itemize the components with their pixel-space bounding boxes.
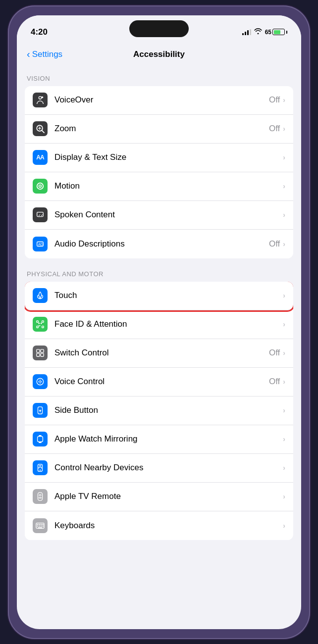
face-id-row[interactable]: Face ID & Attention ›	[25, 310, 293, 339]
svg-point-9	[40, 186, 41, 187]
dynamic-island	[129, 20, 189, 37]
keyboards-icon	[33, 518, 48, 533]
switch-control-label: Switch Control	[54, 348, 269, 358]
nav-bar: ‹ Settings Accessibility	[17, 42, 301, 67]
display-text-size-icon: AA	[33, 150, 48, 165]
back-button[interactable]: ‹ Settings	[27, 50, 62, 59]
voice-control-icon	[33, 374, 48, 389]
signal-icon	[242, 29, 251, 35]
svg-rect-38	[43, 524, 44, 525]
back-label: Settings	[32, 50, 62, 59]
motion-icon	[33, 179, 48, 194]
zoom-label: Zoom	[54, 124, 269, 134]
svg-point-19	[41, 323, 42, 324]
battery-icon: 65	[265, 29, 287, 36]
svg-rect-22	[37, 353, 40, 356]
spoken-content-label: Spoken Content	[54, 210, 283, 220]
motion-chevron-icon: ›	[283, 182, 285, 190]
side-button-label: Side Button	[54, 405, 283, 415]
voice-control-value: Off	[269, 377, 280, 387]
control-nearby-devices-row[interactable]: Control Nearby Devices ›	[25, 454, 293, 483]
svg-rect-20	[37, 349, 40, 352]
face-id-label: Face ID & Attention	[54, 319, 283, 329]
zoom-chevron-icon: ›	[283, 125, 285, 133]
audio-descriptions-value: Off	[269, 239, 280, 249]
svg-rect-30	[38, 493, 43, 500]
voiceover-chevron-icon: ›	[283, 96, 285, 104]
back-chevron-icon: ‹	[27, 49, 30, 59]
touch-label: Touch	[54, 291, 283, 300]
voiceover-icon: ♪	[33, 93, 48, 107]
svg-rect-43	[38, 527, 43, 528]
control-nearby-devices-chevron-icon: ›	[283, 464, 285, 472]
control-nearby-devices-label: Control Nearby Devices	[54, 463, 283, 473]
switch-control-row[interactable]: Switch Control Off ›	[25, 339, 293, 368]
display-text-size-row[interactable]: AA Display & Text Size ›	[25, 144, 293, 172]
svg-rect-41	[41, 526, 42, 527]
control-nearby-devices-icon	[33, 460, 48, 475]
status-icons: 65	[242, 28, 287, 36]
audio-descriptions-chevron-icon: ›	[283, 240, 285, 248]
apple-watch-mirroring-label: Apple Watch Mirroring	[54, 434, 283, 444]
touch-row[interactable]: Touch ›	[25, 282, 293, 310]
motion-label: Motion	[54, 181, 283, 191]
side-button-row[interactable]: Side Button ›	[25, 396, 293, 425]
phone-frame: 4:20	[8, 5, 310, 639]
physical-motor-group: Touch ›	[25, 282, 293, 540]
keyboards-chevron-icon: ›	[283, 522, 285, 530]
switch-control-value: Off	[269, 348, 280, 358]
apple-tv-remote-row[interactable]: Apple TV Remote ›	[25, 483, 293, 511]
wifi-icon	[254, 28, 262, 36]
keyboards-row[interactable]: Keyboards ›	[25, 511, 293, 540]
display-text-size-chevron-icon: ›	[283, 153, 285, 161]
phone-screen: 4:20	[17, 15, 301, 629]
spoken-content-row[interactable]: ✓✓ Spoken Content ›	[25, 201, 293, 230]
svg-rect-28	[39, 442, 41, 443]
motion-row[interactable]: Motion ›	[25, 172, 293, 201]
status-bar: 4:20	[17, 15, 301, 42]
keyboards-label: Keyboards	[54, 521, 283, 531]
apple-watch-mirroring-chevron-icon: ›	[283, 435, 285, 443]
svg-rect-15	[42, 321, 44, 323]
vision-group: ♪ VoiceOver Off ›	[25, 86, 293, 258]
side-button-chevron-icon: ›	[283, 406, 285, 414]
svg-rect-35	[37, 524, 38, 525]
audio-descriptions-label: Audio Descriptions	[54, 239, 269, 249]
zoom-value: Off	[269, 124, 280, 134]
switch-control-chevron-icon: ›	[283, 349, 285, 357]
voiceover-row[interactable]: ♪ VoiceOver Off ›	[25, 86, 293, 115]
svg-point-31	[39, 495, 41, 496]
voice-control-label: Voice Control	[54, 377, 269, 387]
scroll-area[interactable]: VISION ♪ VoiceOver Off ›	[17, 67, 301, 629]
svg-rect-17	[42, 326, 44, 328]
apple-tv-remote-label: Apple TV Remote	[54, 492, 283, 501]
audio-descriptions-icon: AD	[33, 237, 48, 251]
svg-rect-27	[39, 435, 41, 437]
display-text-size-label: Display & Text Size	[54, 152, 283, 162]
svg-text:✓✓: ✓✓	[38, 213, 43, 217]
spoken-content-chevron-icon: ›	[283, 211, 285, 219]
spoken-content-icon: ✓✓	[33, 207, 48, 222]
svg-rect-37	[41, 524, 42, 525]
svg-rect-23	[41, 353, 44, 356]
face-id-icon	[33, 317, 48, 332]
status-time: 4:20	[31, 27, 48, 37]
page-title: Accessibility	[133, 50, 185, 59]
apple-tv-remote-icon	[33, 489, 48, 504]
apple-watch-mirroring-row[interactable]: Apple Watch Mirroring ›	[25, 425, 293, 454]
svg-rect-36	[39, 524, 40, 525]
switch-control-icon	[33, 346, 48, 360]
physical-motor-section-header: PHYSICAL AND MOTOR	[17, 262, 301, 282]
audio-descriptions-row[interactable]: AD Audio Descriptions Off ›	[25, 230, 293, 258]
touch-chevron-icon: ›	[283, 292, 285, 299]
zoom-icon	[33, 121, 48, 136]
apple-tv-remote-chevron-icon: ›	[283, 493, 285, 500]
svg-text:♪: ♪	[41, 97, 42, 99]
svg-rect-14	[37, 321, 39, 323]
svg-rect-42	[43, 526, 44, 527]
zoom-row[interactable]: Zoom Off ›	[25, 115, 293, 144]
apple-watch-mirroring-icon	[33, 432, 48, 446]
svg-rect-39	[37, 526, 38, 527]
voiceover-label: VoiceOver	[54, 95, 269, 105]
voice-control-row[interactable]: Voice Control Off ›	[25, 368, 293, 396]
